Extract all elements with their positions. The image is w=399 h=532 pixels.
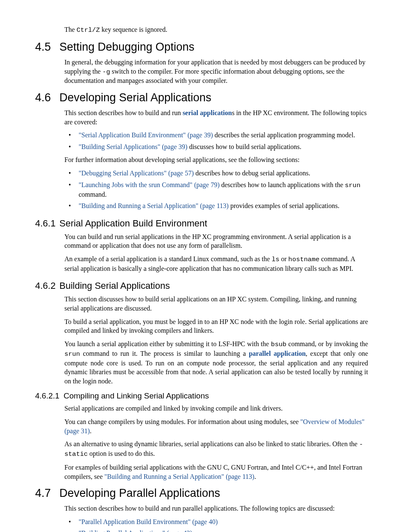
paragraph: You launch a serial application either b… bbox=[64, 339, 368, 386]
paragraph: An example of a serial application is a … bbox=[64, 254, 368, 273]
paragraph: You can build and run serial application… bbox=[64, 232, 368, 250]
xref-link[interactable]: "Building Parallel Applications" (page 4… bbox=[79, 529, 192, 532]
heading-4-6-2: 4.6.2Building Serial Applications bbox=[35, 280, 368, 291]
xref-link[interactable]: "Serial Application Build Environment" (… bbox=[79, 131, 213, 139]
paragraph: This section discusses how to build seri… bbox=[64, 295, 368, 313]
glossary-term-serial-application[interactable]: serial application bbox=[183, 109, 232, 116]
heading-number: 4.6 bbox=[35, 91, 59, 104]
code-ctrlz: Ctrl/Z bbox=[77, 26, 100, 34]
heading-title: Compiling and Linking Serial Application… bbox=[64, 391, 209, 400]
heading-number: 4.7 bbox=[35, 487, 59, 500]
text: option is used to do this. bbox=[88, 450, 155, 457]
list-item: "Building and Running a Serial Applicati… bbox=[64, 201, 368, 211]
heading-number: 4.5 bbox=[35, 41, 59, 54]
paragraph: In general, the debugging information fo… bbox=[64, 58, 368, 85]
code-ls: ls bbox=[271, 256, 279, 263]
intro-paragraph: The Ctrl/Z key sequence is ignored. bbox=[64, 25, 368, 35]
text: discusses how to build serial applicatio… bbox=[187, 143, 301, 150]
code-srun: srun bbox=[64, 350, 80, 358]
text: describes how to debug serial applicatio… bbox=[194, 170, 310, 177]
text: provides examples of serial applications… bbox=[229, 202, 340, 209]
text: You launch a serial application either b… bbox=[64, 340, 271, 347]
code-hostname: hostname bbox=[288, 256, 319, 263]
heading-4-6-1: 4.6.1Serial Application Build Environmen… bbox=[35, 218, 368, 229]
text: command, or by invoking the bbox=[286, 340, 368, 347]
list-item: "Debugging Serial Applications" (page 57… bbox=[64, 169, 368, 178]
paragraph: To build a serial application, you must … bbox=[64, 317, 368, 335]
heading-title: Building Serial Applications bbox=[59, 280, 170, 291]
list-item: "Launching Jobs with the srun Command" (… bbox=[64, 180, 368, 199]
list-item: "Building Serial Applications" (page 39)… bbox=[64, 142, 368, 152]
xref-link[interactable]: "Building Serial Applications" (page 39) bbox=[79, 143, 187, 150]
heading-title: Setting Debugging Options bbox=[59, 41, 194, 53]
text: This section describes how to build and … bbox=[64, 109, 183, 116]
paragraph: As an alternative to using dynamic libra… bbox=[64, 439, 368, 459]
xref-link[interactable]: "Building and Running a Serial Applicati… bbox=[105, 473, 255, 480]
list-item: "Building Parallel Applications" (page 4… bbox=[64, 529, 368, 532]
heading-number: 4.6.1 bbox=[35, 218, 59, 229]
heading-4-7: 4.7Developing Parallel Applications bbox=[35, 487, 368, 500]
code-bsub: bsub bbox=[271, 341, 286, 348]
bullet-list: "Debugging Serial Applications" (page 57… bbox=[64, 169, 368, 211]
text: describes how to launch applications wit… bbox=[220, 181, 345, 188]
xref-link[interactable]: "Building and Running a Serial Applicati… bbox=[79, 202, 229, 209]
text: command. bbox=[79, 191, 107, 198]
bullet-list: "Serial Application Build Environment" (… bbox=[64, 131, 368, 151]
paragraph: For examples of building serial applicat… bbox=[64, 463, 368, 481]
text: The bbox=[64, 26, 77, 33]
heading-4-5: 4.5Setting Debugging Options bbox=[35, 41, 368, 54]
text: or bbox=[279, 255, 288, 262]
heading-title: Developing Parallel Applications bbox=[59, 487, 220, 499]
text: . bbox=[90, 427, 92, 434]
paragraph: This section describes how to build and … bbox=[64, 108, 368, 126]
xref-link[interactable]: "Parallel Application Build Environment"… bbox=[79, 518, 218, 525]
heading-4-6-2-1: 4.6.2.1Compiling and Linking Serial Appl… bbox=[35, 391, 368, 401]
text: An example of a serial application is a … bbox=[64, 255, 271, 262]
paragraph: Serial applications are compiled and lin… bbox=[64, 404, 368, 413]
xref-link[interactable]: "Debugging Serial Applications" (page 57… bbox=[79, 170, 194, 177]
text: You can change compilers by using module… bbox=[64, 418, 300, 425]
glossary-term-parallel-application[interactable]: parallel application bbox=[249, 350, 306, 357]
text: . bbox=[254, 473, 256, 480]
code-srun: srun bbox=[345, 182, 361, 189]
paragraph: This section describes how to build and … bbox=[64, 504, 368, 513]
bullet-list: "Parallel Application Build Environment"… bbox=[64, 517, 368, 532]
paragraph: For further information about developing… bbox=[64, 155, 368, 164]
text: key sequence is ignored. bbox=[100, 26, 167, 33]
heading-4-6: 4.6Developing Serial Applications bbox=[35, 91, 368, 104]
code-g-switch: -g bbox=[102, 68, 110, 76]
text: command to run it. The process is simila… bbox=[80, 350, 249, 357]
text: describes the serial application program… bbox=[213, 131, 355, 139]
heading-number: 4.6.2.1 bbox=[35, 391, 64, 401]
text: As an alternative to using dynamic libra… bbox=[64, 440, 359, 447]
heading-title: Developing Serial Applications bbox=[59, 91, 211, 104]
xref-link[interactable]: "Launching Jobs with the srun Command" (… bbox=[79, 181, 220, 188]
list-item: "Parallel Application Build Environment"… bbox=[64, 517, 368, 527]
heading-number: 4.6.2 bbox=[35, 280, 59, 291]
paragraph: You can change compilers by using module… bbox=[64, 417, 368, 435]
list-item: "Serial Application Build Environment" (… bbox=[64, 131, 368, 140]
heading-title: Serial Application Build Environment bbox=[59, 218, 207, 229]
